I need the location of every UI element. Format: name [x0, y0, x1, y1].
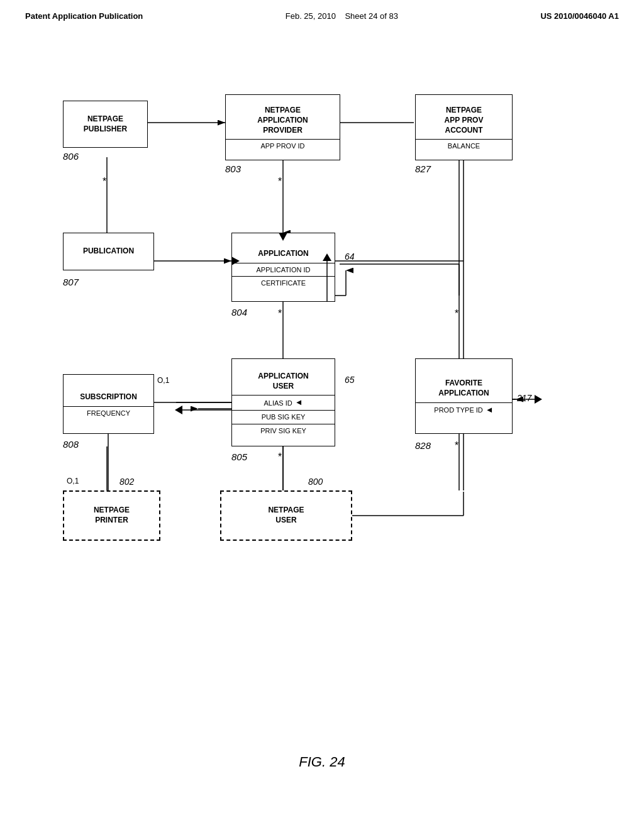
subscription-label: 808 [63, 439, 79, 450]
netpage-app-prov-account-label: 827 [415, 163, 431, 174]
fig-caption: FIG. 24 [0, 754, 644, 770]
favorite-application-box: FAVORITE APPLICATION PROD TYPE ID ◄ [415, 358, 513, 434]
favorite-application-label: 828 [415, 440, 431, 451]
publication-title: PUBLICATION [80, 243, 136, 260]
netpage-app-provider-label: 803 [225, 163, 241, 174]
netpage-printer-title: NETPAGE PRINTER [91, 502, 132, 529]
netpage-app-prov-account-title: NETPAGE APP PROV ACCOUNT [442, 102, 486, 139]
favorite-application-field: PROD TYPE ID ◄ [416, 402, 512, 418]
label-65: 65 [345, 375, 355, 385]
publication-label: 807 [63, 277, 79, 287]
application-box: APPLICATION APPLICATION ID CERTIFICATE [231, 233, 335, 302]
o1-label-2: O,1 [67, 477, 79, 485]
label-802: 802 [119, 477, 134, 487]
netpage-user-title: NETPAGE USER [265, 502, 306, 529]
application-label: 804 [231, 307, 247, 318]
netpage-app-prov-account-box: NETPAGE APP PROV ACCOUNT BALANCE [415, 94, 513, 160]
netpage-publisher-box: NETPAGE PUBLISHER [63, 101, 148, 148]
diagram-area: NETPAGE PUBLISHER 806 NETPAGE APPLICATIO… [38, 88, 604, 610]
star-pub: * [103, 176, 106, 187]
header-left: Patent Application Publication [25, 11, 143, 21]
application-user-title: APPLICATION USER [255, 368, 311, 395]
header-right: US 2010/0046040 A1 [540, 11, 619, 21]
header-center: Feb. 25, 2010 Sheet 24 of 83 [286, 11, 398, 21]
favorite-application-title: FAVORITE APPLICATION [436, 375, 491, 402]
netpage-printer-box: NETPAGE PRINTER [63, 490, 160, 541]
label-800: 800 [308, 477, 323, 487]
star-app: * [278, 176, 282, 187]
publication-box: PUBLICATION [63, 233, 154, 270]
star-appuser: * [278, 308, 282, 319]
application-user-field3: PRIV SIG KEY [232, 424, 335, 437]
netpage-publisher-title: NETPAGE PUBLISHER [81, 111, 130, 138]
svg-marker-34 [175, 406, 182, 414]
star-fav-bottom: * [455, 440, 458, 451]
application-field2: CERTIFICATE [232, 276, 335, 289]
application-user-box: APPLICATION USER ALIAS ID ◄ PUB SIG KEY … [231, 358, 335, 446]
subscription-title: SUBSCRIPTION [77, 389, 140, 406]
netpage-app-provider-title: NETPAGE APPLICATION PROVIDER [255, 102, 310, 139]
star-fav: * [455, 308, 458, 319]
application-field1: APPLICATION ID [232, 263, 335, 276]
application-user-field2: PUB SIG KEY [232, 410, 335, 423]
netpage-publisher-label: 806 [63, 151, 79, 162]
label-217: 217 [517, 393, 531, 403]
page: Patent Application Publication Feb. 25, … [0, 0, 644, 830]
application-user-field1: ALIAS ID ◄ [232, 395, 335, 410]
header: Patent Application Publication Feb. 25, … [0, 0, 644, 21]
netpage-user-box: NETPAGE USER [220, 490, 352, 541]
application-user-label: 805 [231, 451, 247, 462]
netpage-app-prov-account-field: BALANCE [416, 139, 512, 152]
netpage-app-provider-field: APP PROV ID [226, 139, 340, 152]
subscription-box: SUBSCRIPTION FREQUENCY [63, 374, 154, 434]
star-appuser-bottom: * [278, 451, 282, 463]
o1-label-1: O,1 [157, 376, 169, 385]
subscription-field: FREQUENCY [64, 406, 153, 419]
label-64: 64 [345, 252, 355, 262]
application-title: APPLICATION [255, 245, 311, 263]
svg-marker-36 [535, 395, 542, 404]
netpage-app-provider-box: NETPAGE APPLICATION PROVIDER APP PROV ID [225, 94, 340, 160]
